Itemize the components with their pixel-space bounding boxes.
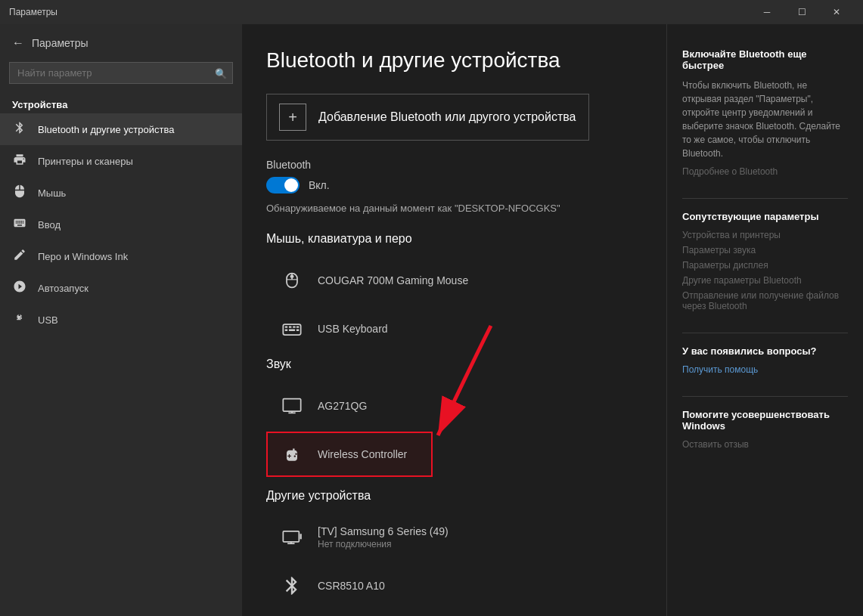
- sidebar-item-bluetooth[interactable]: Bluetooth и другие устройства: [0, 113, 242, 145]
- discoverable-text: Обнаруживаемое на данный момент как "DES…: [266, 203, 642, 214]
- divider-1: [682, 198, 848, 199]
- app-layout: ← Параметры 🔍 Устройства Bluetooth и дру…: [0, 24, 863, 616]
- device-item-csr8510[interactable]: CSR8510 A10: [266, 563, 642, 608]
- keyboard-icon: [12, 216, 27, 233]
- bluetooth-toggle[interactable]: [266, 177, 300, 193]
- autoplay-icon: [12, 280, 27, 296]
- improve-link[interactable]: Оставить отзыв: [682, 439, 848, 450]
- sidebar-item-printers[interactable]: Принтеры и сканеры: [0, 145, 242, 177]
- device-item-samsung-tv[interactable]: [TV] Samsung 6 Series (49) Нет подключен…: [266, 515, 642, 560]
- help-title: У вас появились вопросы?: [682, 345, 848, 357]
- section-title-mouse-keyboard: Мышь, клавиатура и перо: [266, 232, 642, 246]
- sidebar-back-label: Параметры: [32, 37, 88, 49]
- sidebar: ← Параметры 🔍 Устройства Bluetooth и дру…: [0, 24, 242, 616]
- sidebar-item-label-mouse: Мышь: [38, 187, 66, 199]
- toggle-knob: [284, 178, 298, 192]
- titlebar-title: Параметры: [9, 7, 750, 17]
- bluetooth-toggle-row: Вкл.: [266, 177, 642, 193]
- device-item-monitor[interactable]: AG271QG: [266, 383, 642, 429]
- svg-rect-10: [289, 330, 295, 331]
- tv-device-icon: [278, 524, 306, 551]
- sidebar-item-input[interactable]: Ввод: [0, 209, 242, 240]
- back-arrow-icon: ←: [12, 36, 24, 50]
- right-panel: Включайте Bluetooth еще быстрее Чтобы вк…: [666, 24, 863, 616]
- back-button[interactable]: ← Параметры: [0, 30, 242, 56]
- page-title: Bluetooth и другие устройства: [266, 48, 642, 73]
- improve-title: Помогите усовершенствовать Windows: [682, 409, 848, 432]
- sidebar-item-label-printers: Принтеры и сканеры: [38, 156, 133, 167]
- svg-rect-3: [290, 275, 294, 278]
- bluetooth-device-icon-csr: [278, 572, 306, 599]
- divider-3: [682, 396, 848, 397]
- device-name-csr8510: CSR8510 A10: [318, 580, 385, 592]
- help-link[interactable]: Получить помощь: [682, 364, 848, 375]
- add-device-button[interactable]: + Добавление Bluetooth или другого устро…: [266, 94, 589, 141]
- device-name-samsung-tv: [TV] Samsung 6 Series (49): [318, 525, 449, 537]
- titlebar: Параметры ─ ☐ ✕: [0, 0, 863, 24]
- svg-rect-5: [285, 327, 288, 328]
- svg-rect-9: [285, 330, 288, 331]
- keyboard-device-icon: [278, 315, 306, 342]
- related-title: Сопутствующие параметры: [682, 211, 848, 222]
- improve-section: Помогите усовершенствовать Windows Остав…: [682, 409, 848, 450]
- device-name-wireless-controller: Wireless Controller: [318, 448, 407, 460]
- svg-rect-6: [289, 327, 292, 328]
- tip-section: Включайте Bluetooth еще быстрее Чтобы вк…: [682, 48, 848, 177]
- related-link-4[interactable]: Отправление или получение файлов через B…: [682, 290, 848, 311]
- device-name-ag271qg: AG271QG: [318, 400, 367, 412]
- help-section: У вас появились вопросы? Получить помощь: [682, 345, 848, 375]
- close-button[interactable]: ✕: [819, 0, 854, 24]
- minimize-button[interactable]: ─: [750, 0, 784, 24]
- pen-icon: [12, 248, 27, 265]
- bluetooth-label: Bluetooth: [266, 159, 642, 171]
- bluetooth-section: Bluetooth Вкл. Обнаруживаемое на данный …: [266, 159, 642, 214]
- svg-rect-16: [283, 531, 299, 542]
- svg-rect-12: [283, 399, 300, 411]
- monitor-device-icon: [278, 392, 306, 419]
- printer-icon: [12, 153, 27, 169]
- gamepad-device-icon: [278, 441, 306, 468]
- section-title-audio: Звук: [266, 358, 642, 371]
- section-title-other: Другие устройства: [266, 489, 642, 503]
- sidebar-section-title: Устройства: [0, 93, 242, 113]
- svg-rect-11: [296, 330, 300, 331]
- device-subtext-samsung-tv: Нет подключения: [318, 539, 449, 549]
- sidebar-item-label-bluetooth: Bluetooth и другие устройства: [38, 124, 174, 135]
- device-name-usb-keyboard: USB Keyboard: [318, 323, 388, 335]
- titlebar-controls: ─ ☐ ✕: [750, 0, 854, 24]
- divider-2: [682, 333, 848, 333]
- bluetooth-icon: [12, 121, 27, 138]
- sidebar-item-label-usb: USB: [38, 314, 58, 326]
- content-area: Bluetooth и другие устройства + Добавлен…: [242, 24, 863, 616]
- tip-desc: Чтобы включить Bluetooth, не открывая ра…: [682, 79, 848, 160]
- related-link-3[interactable]: Другие параметры Bluetooth: [682, 275, 848, 286]
- sidebar-item-autoplay[interactable]: Автозапуск: [0, 272, 242, 304]
- mouse-device-icon: [278, 267, 306, 294]
- maximize-button[interactable]: ☐: [784, 0, 819, 24]
- device-item-wireless-controller[interactable]: Wireless Controller: [266, 432, 433, 477]
- device-name-gaming-mouse: COUGAR 700M Gaming Mouse: [318, 274, 468, 286]
- mouse-icon: [12, 184, 27, 201]
- related-link-1[interactable]: Параметры звука: [682, 245, 848, 255]
- svg-rect-8: [296, 327, 300, 328]
- search-container: 🔍: [9, 62, 233, 84]
- add-device-plus-icon: +: [279, 104, 306, 131]
- related-link-0[interactable]: Устройства и принтеры: [682, 230, 848, 240]
- related-link-2[interactable]: Параметры дисплея: [682, 260, 848, 271]
- sidebar-item-label-input: Ввод: [38, 219, 61, 231]
- tip-title: Включайте Bluetooth еще быстрее: [682, 48, 848, 71]
- sidebar-item-mouse[interactable]: Мышь: [0, 177, 242, 209]
- device-item-usb-keyboard[interactable]: USB Keyboard: [266, 306, 642, 351]
- toggle-value: Вкл.: [309, 179, 330, 191]
- device-info-samsung-tv: [TV] Samsung 6 Series (49) Нет подключен…: [318, 525, 449, 549]
- device-item-gaming-mouse[interactable]: COUGAR 700M Gaming Mouse: [266, 258, 642, 303]
- tip-link[interactable]: Подробнее о Bluetooth: [682, 166, 848, 177]
- content-main: Bluetooth и другие устройства + Добавлен…: [242, 24, 666, 616]
- search-input[interactable]: [9, 62, 233, 84]
- search-icon: 🔍: [215, 67, 227, 79]
- svg-rect-7: [293, 327, 296, 328]
- related-section: Сопутствующие параметры Устройства и при…: [682, 211, 848, 311]
- sidebar-item-usb[interactable]: USB: [0, 304, 242, 336]
- sidebar-item-pen[interactable]: Перо и Windows Ink: [0, 240, 242, 272]
- usb-icon: [12, 311, 27, 328]
